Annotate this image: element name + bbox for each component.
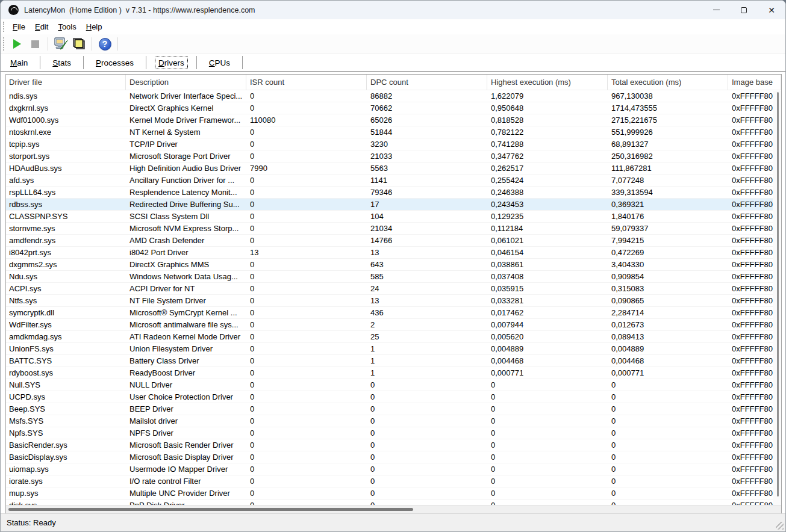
cell: BEEP Driver (126, 403, 246, 415)
cell: 0 (367, 379, 487, 391)
close-button[interactable]: ✕ (758, 1, 785, 19)
resize-grip-icon[interactable] (776, 522, 784, 530)
cell: SCSI Class System Dll (126, 211, 246, 222)
tab-stats[interactable]: Stats (40, 56, 84, 69)
table-row-storport.sys[interactable]: storport.sysMicrosoft Storage Port Drive… (6, 150, 773, 162)
table-row-symcryptk.dll[interactable]: symcryptk.dllMicrosoft® SymCrypt Kernel … (6, 307, 773, 319)
table-row-rsplll64.sys[interactable]: rspLLL64.sysResplendence Latency Monit..… (6, 187, 773, 199)
cell: 0,033281 (487, 295, 608, 306)
cell: 0xFFFFF80 (728, 487, 773, 499)
table-row-amdfendr.sys[interactable]: amdfendr.sysAMD Crash Defender0147660,06… (6, 235, 773, 247)
table-row-ntoskrnl.exe[interactable]: ntoskrnl.exeNT Kernel & System0518440,78… (6, 126, 773, 138)
cell: 1,622079 (487, 90, 608, 102)
cell: 0 (246, 463, 367, 475)
cell: 0 (246, 331, 367, 342)
cell: 0 (246, 403, 367, 415)
menu-item-edit[interactable]: Edit (30, 20, 53, 33)
cell: 0,262517 (487, 162, 608, 174)
table-row-iorate.sys[interactable]: iorate.sysI/O rate control Filter00000xF… (6, 475, 773, 487)
latencymon-window: LatencyMon (Home Edition ) v 7.31 - http… (0, 0, 786, 532)
column-header-driver-file[interactable]: Driver file (6, 75, 126, 90)
table-row-basicrender.sys[interactable]: BasicRender.sysMicrosoft Basic Render Dr… (6, 439, 773, 451)
table-row-battc.sys[interactable]: BATTC.SYSBattery Class Driver010,0044680… (6, 355, 773, 367)
table-row-mup.sys[interactable]: mup.sysMultiple UNC Provider Driver00000… (6, 487, 773, 500)
table-row-hdaudbus.sys[interactable]: HDAudBus.sysHigh Definition Audio Bus Dr… (6, 162, 773, 175)
vertical-scrollbar[interactable] (773, 91, 781, 505)
table-row-dxgmms2.sys[interactable]: dxgmms2.sysDirectX Graphics MMS06430,038… (6, 259, 773, 271)
table-row-afd.sys[interactable]: afd.sysAncillary Function Driver for ...… (6, 175, 773, 187)
menu-item-help[interactable]: Help (81, 20, 107, 33)
cell: 0 (367, 439, 487, 451)
table-row-dxgkrnl.sys[interactable]: dxgkrnl.sysDirectX Graphics Kernel070662… (6, 102, 773, 114)
tab-drivers[interactable]: Drivers (146, 56, 197, 69)
cell: 104 (367, 211, 487, 222)
horizontal-scrollbar[interactable] (6, 505, 781, 513)
table-row-wdfilter.sys[interactable]: WdFilter.sysMicrosoft antimalware file s… (6, 319, 773, 331)
cell: 0,038861 (487, 259, 608, 270)
cell: 0 (246, 367, 367, 379)
tab-main[interactable]: Main (1, 56, 40, 69)
column-header-highest-execution-ms[interactable]: Highest execution (ms) (487, 75, 608, 90)
stop-monitor-button[interactable] (26, 36, 44, 52)
table-row-amdkmdag.sys[interactable]: amdkmdag.sysATI Radeon Kernel Mode Drive… (6, 331, 773, 343)
menu-item-file[interactable]: File (8, 20, 30, 33)
column-header-description[interactable]: Description (126, 75, 246, 90)
cell: Npfs.SYS (6, 427, 126, 439)
cell: 0 (487, 439, 608, 451)
cell: 0xFFFFF80 (728, 162, 773, 174)
table-row-rdbss.sys[interactable]: rdbss.sysRedirected Drive Buffering Su..… (6, 199, 773, 211)
maximize-button[interactable] (730, 1, 758, 19)
tab-processes[interactable]: Processes (84, 56, 146, 69)
cell: 0,046154 (487, 247, 608, 258)
toolbar-gripper[interactable] (3, 37, 5, 51)
table-row-rdyboost.sys[interactable]: rdyboost.sysReadyBoost Driver010,0007710… (6, 367, 773, 379)
table-row-npfs.sys[interactable]: Npfs.SYSNPFS Driver00000xFFFFF80 (6, 427, 773, 439)
help-button[interactable]: ? (96, 36, 114, 52)
cell: iorate.sys (6, 475, 126, 487)
cell: 0xFFFFF80 (728, 427, 773, 439)
menu-item-tools[interactable]: Tools (53, 20, 81, 33)
table-row-uiomap.sys[interactable]: uiomap.sysUsermode IO Mapper Driver00000… (6, 463, 773, 475)
table-row-ucpd.sys[interactable]: UCPD.sysUser Choice Protection Driver000… (6, 391, 773, 403)
cell: 0,004468 (608, 355, 728, 367)
cell: 0 (246, 283, 367, 294)
cell: 0xFFFFF80 (728, 379, 773, 391)
cell: 0xFFFFF80 (728, 235, 773, 246)
table-row-ndu.sys[interactable]: Ndu.sysWindows Network Data Usag...05850… (6, 271, 773, 283)
cell: Microsoft antimalware file sys... (126, 319, 246, 330)
table-row-acpi.sys[interactable]: ACPI.sysACPI Driver for NT0240,0359150,3… (6, 283, 773, 295)
cell: Ndu.sys (6, 271, 126, 282)
minimize-button[interactable] (702, 1, 730, 19)
horizontal-scrollbar-thumb[interactable] (8, 508, 413, 511)
table-row-beep.sys[interactable]: Beep.SYSBEEP Driver00000xFFFFF80 (6, 403, 773, 415)
table-row-classpnp.sys[interactable]: CLASSPNP.SYSSCSI Class System Dll01040,1… (6, 211, 773, 223)
menubar-gripper[interactable] (3, 22, 5, 32)
table-row-ntfs.sys[interactable]: Ntfs.sysNT File System Driver0130,033281… (6, 295, 773, 307)
column-header-isr-count[interactable]: ISR count (246, 75, 367, 90)
table-row-tcpip.sys[interactable]: tcpip.sysTCP/IP Driver032300,74128868,89… (6, 138, 773, 150)
column-header-dpc-count[interactable]: DPC count (367, 75, 487, 90)
cell: 0 (246, 175, 367, 186)
cell: Union Filesystem Driver (126, 343, 246, 354)
table-row-msfs.sys[interactable]: Msfs.SYSMailslot driver00000xFFFFF80 (6, 415, 773, 427)
table-row-basicdisplay.sys[interactable]: BasicDisplay.sysMicrosoft Basic Display … (6, 451, 773, 463)
cell: rspLLL64.sys (6, 187, 126, 198)
table-row-null.sys[interactable]: Null.SYSNULL Driver00000xFFFFF80 (6, 379, 773, 391)
analyze-system-button[interactable] (52, 36, 70, 52)
column-header-image-base[interactable]: Image base (728, 75, 781, 90)
maximize-icon (741, 7, 747, 13)
table-row-ndis.sys[interactable]: ndis.sysNetwork Driver Interface Speci..… (6, 90, 773, 102)
tab-cpus[interactable]: CPUs (197, 56, 243, 69)
table-row-i8042prt.sys[interactable]: i8042prt.sysi8042 Port Driver13130,04615… (6, 247, 773, 259)
table-row-wdf01000.sys[interactable]: Wdf01000.sysKernel Mode Driver Framewor.… (6, 114, 773, 126)
table-row-unionfs.sys[interactable]: UnionFS.sysUnion Filesystem Driver010,00… (6, 343, 773, 355)
cell: 0 (246, 439, 367, 451)
table-row-stornvme.sys[interactable]: stornvme.sysMicrosoft NVM Express Storp.… (6, 223, 773, 235)
cell: I/O rate control Filter (126, 475, 246, 487)
start-monitor-button[interactable] (8, 36, 26, 52)
cell: HDAudBus.sys (6, 162, 126, 174)
cell: 0 (367, 451, 487, 463)
column-header-total-execution-ms[interactable]: Total execution (ms) (608, 75, 728, 90)
report-pages-button[interactable] (70, 36, 88, 52)
vertical-scrollbar-thumb[interactable] (777, 92, 779, 496)
